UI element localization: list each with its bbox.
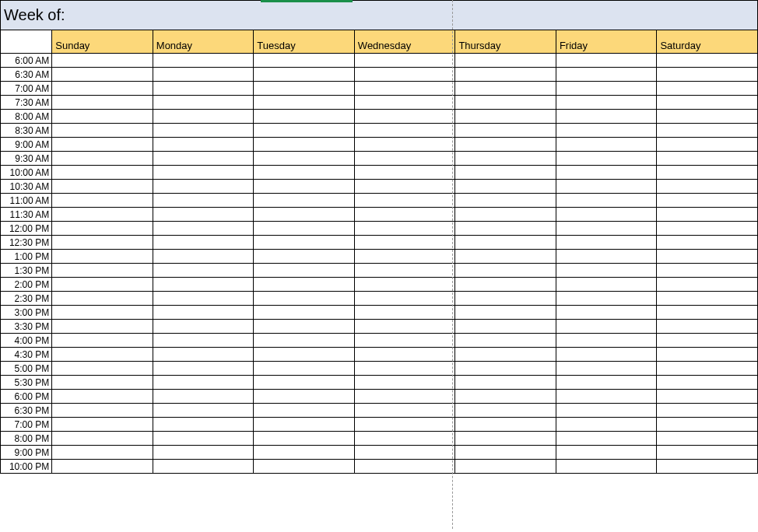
time-label[interactable]: 8:30 AM <box>1 124 52 138</box>
schedule-cell[interactable] <box>354 334 455 348</box>
schedule-cell[interactable] <box>657 306 758 320</box>
schedule-cell[interactable] <box>556 208 657 222</box>
schedule-cell[interactable] <box>556 334 657 348</box>
schedule-cell[interactable] <box>254 138 355 152</box>
schedule-cell[interactable] <box>657 208 758 222</box>
schedule-cell[interactable] <box>254 166 355 180</box>
schedule-cell[interactable] <box>254 222 355 236</box>
schedule-cell[interactable] <box>556 320 657 334</box>
schedule-cell[interactable] <box>254 376 355 390</box>
schedule-cell[interactable] <box>556 376 657 390</box>
schedule-cell[interactable] <box>556 292 657 306</box>
schedule-cell[interactable] <box>556 236 657 250</box>
time-label[interactable]: 9:00 PM <box>1 446 52 460</box>
time-label[interactable]: 11:30 AM <box>1 208 52 222</box>
schedule-cell[interactable] <box>657 222 758 236</box>
schedule-cell[interactable] <box>52 166 153 180</box>
schedule-cell[interactable] <box>153 250 254 264</box>
week-of-value[interactable] <box>455 1 758 30</box>
schedule-cell[interactable] <box>354 446 455 460</box>
schedule-cell[interactable] <box>254 446 355 460</box>
schedule-cell[interactable] <box>52 96 153 110</box>
schedule-cell[interactable] <box>52 432 153 446</box>
schedule-cell[interactable] <box>657 152 758 166</box>
schedule-cell[interactable] <box>52 250 153 264</box>
schedule-cell[interactable] <box>354 194 455 208</box>
day-header-sunday[interactable]: Sunday <box>52 30 153 54</box>
schedule-cell[interactable] <box>455 110 556 124</box>
schedule-cell[interactable] <box>455 54 556 68</box>
schedule-cell[interactable] <box>153 278 254 292</box>
schedule-cell[interactable] <box>455 194 556 208</box>
schedule-cell[interactable] <box>52 460 153 474</box>
schedule-cell[interactable] <box>354 110 455 124</box>
schedule-cell[interactable] <box>657 404 758 418</box>
time-label[interactable]: 12:30 PM <box>1 236 52 250</box>
schedule-cell[interactable] <box>556 166 657 180</box>
schedule-cell[interactable] <box>657 166 758 180</box>
schedule-cell[interactable] <box>52 110 153 124</box>
schedule-cell[interactable] <box>153 376 254 390</box>
schedule-cell[interactable] <box>153 320 254 334</box>
schedule-cell[interactable] <box>153 110 254 124</box>
schedule-cell[interactable] <box>254 152 355 166</box>
schedule-cell[interactable] <box>455 180 556 194</box>
schedule-cell[interactable] <box>153 222 254 236</box>
schedule-cell[interactable] <box>254 362 355 376</box>
schedule-cell[interactable] <box>455 166 556 180</box>
schedule-cell[interactable] <box>657 250 758 264</box>
schedule-cell[interactable] <box>354 404 455 418</box>
schedule-cell[interactable] <box>254 390 355 404</box>
schedule-cell[interactable] <box>254 124 355 138</box>
schedule-cell[interactable] <box>52 404 153 418</box>
schedule-cell[interactable] <box>354 96 455 110</box>
schedule-cell[interactable] <box>455 446 556 460</box>
time-label[interactable]: 11:00 AM <box>1 194 52 208</box>
schedule-cell[interactable] <box>556 264 657 278</box>
schedule-cell[interactable] <box>657 138 758 152</box>
schedule-cell[interactable] <box>556 250 657 264</box>
schedule-cell[interactable] <box>153 96 254 110</box>
time-label[interactable]: 2:00 PM <box>1 278 52 292</box>
schedule-cell[interactable] <box>455 236 556 250</box>
day-header-friday[interactable]: Friday <box>556 30 657 54</box>
schedule-cell[interactable] <box>455 152 556 166</box>
schedule-cell[interactable] <box>354 208 455 222</box>
schedule-cell[interactable] <box>455 418 556 432</box>
schedule-cell[interactable] <box>254 236 355 250</box>
schedule-cell[interactable] <box>153 348 254 362</box>
schedule-cell[interactable] <box>556 152 657 166</box>
time-label[interactable]: 3:00 PM <box>1 306 52 320</box>
schedule-cell[interactable] <box>153 362 254 376</box>
schedule-cell[interactable] <box>153 208 254 222</box>
time-label[interactable]: 6:30 AM <box>1 68 52 82</box>
schedule-cell[interactable] <box>657 334 758 348</box>
schedule-cell[interactable] <box>455 404 556 418</box>
schedule-cell[interactable] <box>52 306 153 320</box>
schedule-cell[interactable] <box>556 446 657 460</box>
schedule-cell[interactable] <box>354 348 455 362</box>
time-label[interactable]: 8:00 PM <box>1 432 52 446</box>
schedule-cell[interactable] <box>254 278 355 292</box>
schedule-cell[interactable] <box>657 96 758 110</box>
time-label[interactable]: 6:00 AM <box>1 54 52 68</box>
time-label[interactable]: 3:30 PM <box>1 320 52 334</box>
schedule-cell[interactable] <box>354 460 455 474</box>
schedule-cell[interactable] <box>254 460 355 474</box>
schedule-cell[interactable] <box>556 278 657 292</box>
time-label[interactable]: 10:00 AM <box>1 166 52 180</box>
schedule-cell[interactable] <box>254 250 355 264</box>
day-header-thursday[interactable]: Thursday <box>455 30 556 54</box>
schedule-cell[interactable] <box>153 404 254 418</box>
schedule-cell[interactable] <box>556 68 657 82</box>
schedule-cell[interactable] <box>354 292 455 306</box>
schedule-cell[interactable] <box>254 432 355 446</box>
schedule-cell[interactable] <box>354 306 455 320</box>
schedule-cell[interactable] <box>556 432 657 446</box>
schedule-cell[interactable] <box>556 96 657 110</box>
day-header-wednesday[interactable]: Wednesday <box>354 30 455 54</box>
schedule-cell[interactable] <box>254 404 355 418</box>
schedule-cell[interactable] <box>52 124 153 138</box>
time-label[interactable]: 6:30 PM <box>1 404 52 418</box>
schedule-cell[interactable] <box>657 446 758 460</box>
